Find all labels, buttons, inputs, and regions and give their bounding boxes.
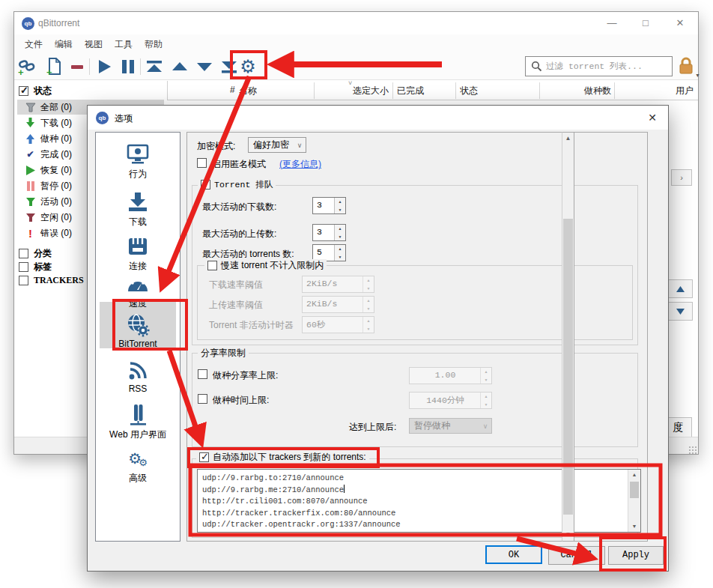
- anonymous-mode-label: 启用匿名模式: [212, 158, 266, 171]
- check-icon: ✔: [25, 149, 36, 160]
- column-seeds[interactable]: 做种数: [565, 85, 611, 97]
- seed-time-limit-checkbox[interactable]: [198, 394, 207, 404]
- exclamation-icon: !: [25, 228, 36, 238]
- nav-behavior[interactable]: 行为: [97, 142, 179, 181]
- seed-time-limit-label: 做种时间上限:: [213, 394, 269, 407]
- nav-downloads[interactable]: 下载: [97, 190, 179, 228]
- apply-button[interactable]: Apply: [608, 546, 664, 565]
- share-ratio-legend: 分享率限制: [198, 347, 249, 360]
- scrollbar-thumb[interactable]: [563, 219, 573, 515]
- arrow-down-icon: [195, 58, 213, 76]
- add-torrent-file-button[interactable]: +: [43, 56, 64, 77]
- pause-button[interactable]: [118, 56, 139, 77]
- arrow-up-icon: [171, 58, 189, 76]
- options-button[interactable]: ⚙: [237, 56, 258, 77]
- torrent-queueing-checkbox[interactable]: [201, 180, 210, 190]
- minimize-button[interactable]: —: [596, 12, 628, 34]
- move-down-button[interactable]: [194, 56, 215, 77]
- funnel-icon: [25, 196, 36, 207]
- nav-bittorrent[interactable]: BitTorrent: [97, 312, 179, 349]
- column-selected-size[interactable]: 选定大小: [348, 85, 389, 97]
- filter-lock-button[interactable]: ▼: [678, 57, 697, 76]
- menu-edit[interactable]: 编辑: [50, 37, 77, 51]
- torrent-queueing-legend: Torrent 排队: [198, 179, 276, 190]
- more-information-link[interactable]: (更多信息): [279, 158, 321, 171]
- encryption-mode-select[interactable]: 偏好加密 ∨: [248, 137, 306, 153]
- menu-help[interactable]: 帮助: [140, 37, 167, 51]
- textarea-scrollbar[interactable]: ▲ ▼: [628, 470, 640, 532]
- slow-torrents-checkbox[interactable]: [207, 261, 217, 270]
- upload-rate-threshold-label: 上传速率阈值: [209, 299, 263, 312]
- column-number[interactable]: #: [230, 85, 235, 95]
- tags-checkbox[interactable]: [19, 262, 28, 272]
- resume-button[interactable]: [94, 56, 115, 77]
- nav-advanced[interactable]: ⚙⚙ 高级: [97, 446, 179, 485]
- ok-button[interactable]: OK: [485, 545, 542, 564]
- dialog-close-button[interactable]: ✕: [641, 109, 664, 127]
- bittorrent-globe-icon: [124, 312, 151, 338]
- play-icon: [25, 165, 36, 175]
- rss-icon: [124, 357, 151, 383]
- categories-checkbox[interactable]: [19, 249, 28, 258]
- dialog-titlebar[interactable]: qb 选项 ✕: [88, 106, 668, 130]
- move-up-button[interactable]: [169, 56, 190, 77]
- speed-gauge-icon: [124, 271, 151, 297]
- add-link-icon: +: [17, 57, 37, 76]
- anonymous-mode-checkbox[interactable]: [197, 158, 207, 168]
- delete-button[interactable]: [67, 56, 88, 77]
- add-file-icon: +: [44, 57, 64, 76]
- auto-trackers-checkbox[interactable]: [199, 452, 209, 462]
- svg-text:+: +: [46, 67, 52, 76]
- add-torrent-link-button[interactable]: +: [16, 56, 37, 77]
- torrent-filter-input[interactable]: 过滤 torrent 列表...: [525, 56, 673, 76]
- scroll-down-icon[interactable]: ▼: [628, 521, 640, 532]
- scroll-columns-right-button[interactable]: ›: [671, 169, 692, 186]
- move-top-icon: [145, 57, 164, 76]
- window-title: qBittorrent: [38, 18, 79, 28]
- scroll-down-icon[interactable]: ▼: [562, 529, 574, 541]
- arrow-down-icon: [676, 308, 685, 315]
- move-down-side-button[interactable]: [668, 302, 693, 321]
- column-name[interactable]: 名称: [239, 85, 257, 97]
- menu-file[interactable]: 文件: [20, 37, 47, 51]
- trackers-checkbox[interactable]: [19, 276, 28, 285]
- seed-ratio-limit-spinner[interactable]: 1.00 ▲▼: [409, 367, 492, 384]
- column-status[interactable]: 状态: [460, 85, 478, 97]
- nav-rss[interactable]: RSS: [97, 357, 179, 394]
- dialog-scrollbar[interactable]: ▲ ▼: [562, 132, 574, 542]
- resize-grip[interactable]: [688, 446, 697, 455]
- scrollbar-thumb[interactable]: [630, 482, 639, 498]
- limit-reached-action-select[interactable]: 暂停做种 ∨: [409, 418, 492, 434]
- main-titlebar[interactable]: qb qBittorrent — □ ✕: [14, 12, 698, 34]
- menu-view[interactable]: 视图: [80, 37, 107, 51]
- upload-rate-threshold-spinner[interactable]: 2KiB/s ▲▼: [302, 296, 374, 313]
- filter-status-header[interactable]: 状态: [17, 83, 164, 98]
- max-active-downloads-spinner[interactable]: 3 ▲▼: [312, 197, 346, 214]
- maximize-button[interactable]: □: [630, 12, 661, 34]
- arrow-up-icon: [676, 285, 685, 293]
- max-active-uploads-spinner[interactable]: 3 ▲▼: [312, 224, 346, 241]
- scroll-up-icon[interactable]: ▲: [562, 133, 574, 145]
- seed-ratio-limit-checkbox[interactable]: [198, 369, 207, 379]
- download-rate-threshold-spinner[interactable]: 2KiB/s ▲▼: [302, 276, 374, 293]
- inactivity-timer-spinner[interactable]: 60秒 ▲▼: [302, 316, 374, 333]
- nav-connection[interactable]: 连接: [97, 234, 179, 273]
- column-user[interactable]: 用户: [647, 85, 694, 97]
- nav-webui[interactable]: Web 用户界面: [97, 402, 179, 441]
- close-button[interactable]: ✕: [664, 12, 696, 34]
- move-up-side-button[interactable]: [668, 279, 693, 298]
- scroll-up-icon[interactable]: ▲: [628, 470, 640, 480]
- nav-speed[interactable]: 速度: [97, 271, 179, 310]
- max-active-uploads-label: 最大活动的上传数:: [202, 228, 276, 240]
- trackers-textarea[interactable]: udp://9.rarbg.to:2710/announce udp://9.r…: [197, 469, 641, 533]
- toolbar: + +: [14, 53, 698, 80]
- column-completed[interactable]: 已完成: [397, 85, 424, 97]
- status-checkbox[interactable]: [19, 86, 28, 96]
- cancel-button[interactable]: Cancel: [548, 546, 605, 565]
- download-rate-threshold-label: 下载速率阈值: [209, 279, 263, 291]
- top-priority-button[interactable]: [144, 56, 165, 77]
- menu-tools[interactable]: 工具: [110, 37, 137, 51]
- seed-time-limit-spinner[interactable]: 1440分钟 ▲▼: [409, 392, 492, 409]
- bottom-priority-button[interactable]: [219, 56, 240, 77]
- search-placeholder: 过滤 torrent 列表...: [546, 61, 643, 72]
